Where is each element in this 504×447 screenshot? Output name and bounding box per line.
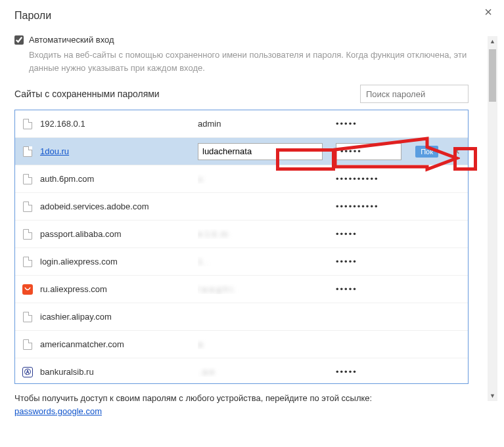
password-cell: ••••• [336, 143, 415, 160]
password-cell: ••••• [336, 284, 415, 294]
vertical-scrollbar[interactable]: ▲ ▼ [488, 36, 497, 401]
password-input[interactable]: ••••• [336, 143, 401, 160]
site-cell: 1dou.ru [40, 146, 191, 156]
aliexpress-icon [22, 284, 33, 295]
site-favicon: Ⓐ [22, 367, 34, 377]
username-cell [198, 143, 329, 160]
username-text: 1 . [198, 257, 207, 266]
file-icon [23, 202, 32, 212]
username-cell: 1 . [198, 257, 329, 266]
site-cell: ru.aliexpress.com [40, 284, 191, 294]
auto-signin-row: Автоматический вход [14, 35, 469, 45]
password-row[interactable]: login.aliexpress.com1 .••••• [15, 248, 468, 276]
username-text: e 1 il. m [198, 229, 228, 239]
auto-signin-label: Автоматический вход [29, 35, 114, 45]
show-password-button[interactable]: Пок [415, 146, 438, 158]
close-icon[interactable]: × [484, 5, 492, 18]
password-cell: ••••• [336, 229, 415, 239]
username-text: a [198, 339, 202, 349]
password-row[interactable]: americanmatcher.coma [15, 331, 468, 358]
site-favicon [22, 174, 34, 184]
site-favicon [22, 202, 34, 212]
site-cell: icashier.alipay.com [40, 312, 191, 322]
username-cell: l a a g h i. [198, 284, 329, 294]
password-row[interactable]: 1dou.ru•••••Пок× [15, 138, 468, 165]
delete-password-icon[interactable]: × [451, 146, 463, 158]
auto-signin-checkbox[interactable] [14, 35, 24, 45]
site-cell: adobeid.services.adobe.com [40, 202, 191, 211]
auto-signin-description: Входить на веб-сайты с помощью сохраненн… [29, 49, 469, 74]
username-cell: . a e [198, 367, 329, 377]
site-favicon [22, 229, 34, 240]
username-cell: a [198, 339, 329, 349]
site-cell: 192.168.0.1 [40, 119, 191, 129]
file-icon [23, 257, 32, 267]
site-cell: bankuralsib.ru [40, 367, 191, 377]
site-favicon [22, 312, 34, 322]
sync-footer-link[interactable]: passwords.google.com [14, 406, 102, 416]
file-icon [23, 146, 32, 157]
file-icon [23, 339, 32, 350]
search-input[interactable] [360, 85, 469, 103]
password-row[interactable]: ru.aliexpress.coml a a g h i.••••• [15, 276, 468, 303]
saved-passwords-heading: Сайты с сохраненными паролями [14, 89, 160, 99]
passwords-table: 192.168.0.1admin•••••1dou.ru•••••Пок×aut… [14, 110, 469, 384]
sync-footer: Чтобы получить доступ к своим паролям с … [14, 392, 469, 417]
username-cell: e 1 il. m [198, 229, 329, 239]
username-text: u [198, 174, 202, 184]
file-icon [23, 174, 32, 184]
password-cell: ••••• [336, 119, 415, 129]
username-text: admin [198, 119, 221, 129]
password-row[interactable]: 192.168.0.1admin••••• [15, 110, 468, 138]
site-link[interactable]: 1dou.ru [40, 146, 69, 156]
password-row[interactable]: auth.6pm.comu•••••••••• [15, 165, 468, 193]
sync-footer-text: Чтобы получить доступ к своим паролям с … [14, 393, 372, 403]
site-cell: americanmatcher.com [40, 339, 191, 349]
file-icon [23, 312, 32, 322]
site-favicon [22, 339, 34, 350]
password-row[interactable]: adobeid.services.adobe.com•••••••••• [15, 193, 468, 221]
password-row[interactable]: icashier.alipay.com [15, 303, 468, 331]
username-text: . a e [198, 367, 214, 377]
file-icon [23, 119, 32, 129]
site-cell: auth.6pm.com [40, 174, 191, 184]
scrollbar-arrow-up-icon[interactable]: ▲ [488, 36, 497, 47]
username-cell: u [198, 174, 329, 184]
scrollbar-thumb[interactable] [489, 49, 496, 102]
passwords-dialog: × Пароли Автоматический вход Входить на … [0, 0, 504, 447]
username-text: l a a g h i. [198, 284, 235, 294]
password-row[interactable]: passport.alibaba.come 1 il. m••••• [15, 221, 468, 248]
site-cell: login.aliexpress.com [40, 257, 191, 266]
scrollbar-arrow-down-icon[interactable]: ▼ [488, 391, 497, 401]
site-cell: passport.alibaba.com [40, 229, 191, 239]
site-favicon [22, 284, 34, 295]
page-title: Пароли [14, 10, 469, 22]
site-favicon [22, 119, 34, 129]
saved-passwords-header: Сайты с сохраненными паролями [14, 85, 469, 103]
password-cell: •••••••••• [336, 174, 415, 184]
password-cell: ••••• [336, 367, 415, 377]
password-row[interactable]: Ⓐbankuralsib.ru. a e••••• [15, 358, 468, 384]
username-cell: admin [198, 119, 329, 129]
file-icon [23, 229, 32, 240]
dialog-content: Пароли Автоматический вход Входить на ве… [0, 0, 483, 447]
password-cell: •••••••••• [336, 202, 415, 211]
site-favicon [22, 146, 34, 157]
bank-icon: Ⓐ [22, 367, 33, 377]
site-favicon [22, 257, 34, 267]
username-input[interactable] [198, 143, 323, 160]
password-cell: ••••• [336, 257, 415, 266]
